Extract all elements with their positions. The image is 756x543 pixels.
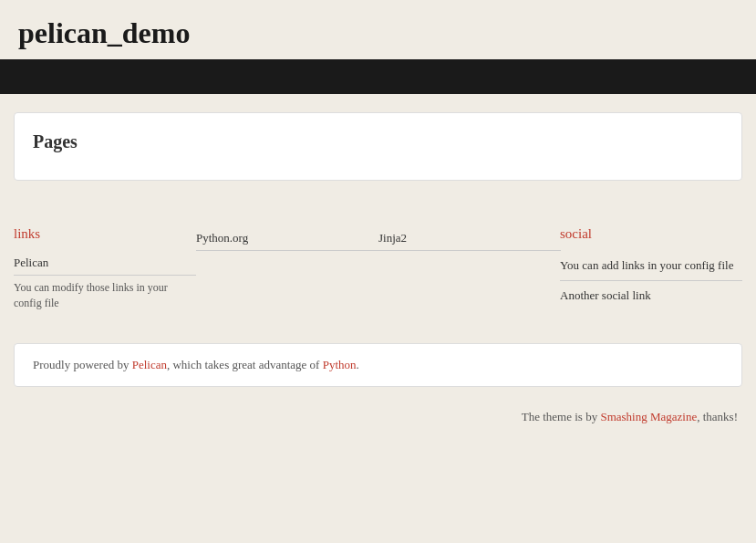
- jinja2-link[interactable]: Jinja2: [378, 226, 561, 251]
- social-title: social: [560, 226, 742, 242]
- main-content: Pages: [0, 94, 756, 217]
- list-item[interactable]: Pelican: [14, 251, 196, 276]
- social-item-label-1: You can add links in your config file: [560, 258, 733, 272]
- site-title[interactable]: pelican_demo: [18, 16, 738, 50]
- links-title: links: [14, 226, 196, 242]
- links-col-2: Jinja2: [378, 226, 561, 316]
- footer-links: links Pelican You can modify those links…: [0, 217, 756, 334]
- pages-box: Pages: [14, 112, 742, 181]
- header: pelican_demo: [0, 0, 756, 59]
- theme-credit: The theme is by Smashing Magazine, thank…: [0, 401, 756, 433]
- python-footer-link[interactable]: Python: [323, 358, 357, 371]
- links-col-1: Python.org: [196, 226, 378, 316]
- smashing-magazine-link[interactable]: Smashing Magazine: [600, 410, 697, 423]
- powered-by-prefix: Proudly powered by: [33, 358, 132, 371]
- pelican-footer-link[interactable]: Pelican: [132, 358, 167, 371]
- links-columns: Python.org Jinja2: [196, 226, 560, 316]
- python-org-link[interactable]: Python.org: [196, 226, 378, 251]
- pages-title: Pages: [33, 131, 723, 152]
- nav-bar: [0, 59, 756, 94]
- powered-by-suffix: .: [357, 358, 359, 371]
- links-section: links Pelican You can modify those links…: [14, 226, 196, 316]
- social-section: social You can add links in your config …: [560, 226, 742, 316]
- social-item-2[interactable]: Another social link: [560, 281, 742, 310]
- theme-prefix: The theme is by: [522, 410, 601, 423]
- powered-by-middle: , which takes great advantage of: [167, 358, 323, 371]
- theme-suffix: , thanks!: [697, 410, 738, 423]
- another-social-link[interactable]: Another social link: [560, 288, 651, 302]
- social-item-1: You can add links in your config file: [560, 251, 742, 281]
- pelican-link[interactable]: Pelican: [14, 256, 48, 269]
- links-config-note: You can modify those links in your confi…: [14, 276, 196, 316]
- powered-by-box: Proudly powered by Pelican, which takes …: [14, 343, 742, 387]
